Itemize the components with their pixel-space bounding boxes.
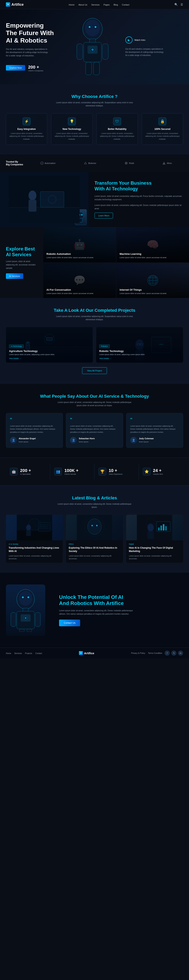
all-services-button[interactable]: AI Services	[6, 273, 23, 279]
blog-grid: AI & Society Transforming Industries And…	[6, 515, 183, 563]
hero-section: Empowering The Future With AI & Robotics…	[0, 9, 189, 84]
testimonials-desc: Lorem ipsum dolor sit amet, consectetur …	[55, 401, 134, 407]
hero-right-content: ▶ Watch Intro Our AI and robotics compan…	[121, 37, 183, 57]
view-all-projects-button[interactable]: View All Project	[82, 368, 107, 374]
svg-rect-99	[35, 612, 40, 627]
nav-services[interactable]: Services	[91, 3, 100, 6]
projects-grid: AI Technology Agriculture Technology Lor…	[6, 327, 183, 363]
service-desc-1: Lorem ipsum dolor sit amet dolor. Ipsum …	[46, 256, 94, 259]
quote-icon-2: "	[70, 417, 119, 423]
twitter-icon[interactable]: 𝕏	[171, 651, 176, 655]
projects-title: Take A Look At Our Completed Projects	[6, 308, 183, 313]
view-details-1[interactable]: View Details →	[9, 358, 90, 360]
avatar-2: 👤	[70, 437, 77, 444]
blog-header: Latest Blog & Articles Lorem ipsum dolor…	[6, 495, 183, 509]
reviewer-3: 👤 Judy Coleman lorem ipsum	[130, 437, 179, 444]
nav-contact[interactable]: Contact	[122, 3, 129, 6]
project-desc-2: Lorem ipsum dolor sit amet, adipiscing L…	[99, 353, 180, 355]
hero-headline: Empowering The Future With AI & Robotics	[6, 22, 64, 45]
services-section: Explore Best AI Services Lorem ipsum, do…	[0, 227, 189, 298]
explore-button[interactable]: Explore Now	[6, 65, 25, 70]
svg-rect-23	[9, 207, 80, 223]
transform-background	[0, 172, 89, 227]
integration-icon: ⚡	[23, 118, 30, 125]
blog-post-1[interactable]: AI & Society Transforming Industries And…	[6, 515, 63, 563]
services-left-content: Explore Best AI Services Lorem ipsum, do…	[0, 227, 43, 298]
hero-counter: 200 + Client's Companies	[28, 65, 43, 72]
footer-link-projects[interactable]: Projects	[25, 652, 32, 654]
feature-title-1: Easy Integration	[9, 128, 44, 130]
svg-point-10	[91, 48, 94, 51]
search-icon[interactable]: 🔍	[175, 3, 178, 6]
reviewer-role-2: lorem ipsum	[79, 441, 88, 443]
blog-title-2: Exploring The Ethics Of AI And Robotics …	[69, 546, 120, 553]
svg-rect-98	[11, 612, 16, 627]
watch-intro[interactable]: ▶ Watch Intro	[125, 37, 183, 43]
blog-visual-2	[77, 515, 112, 540]
nav-actions: 🔍 ☰	[175, 3, 183, 6]
trusted-logos: Automation Biokmer Robit Afrex	[29, 162, 183, 165]
transform-image	[0, 172, 89, 227]
project-name-2: Robotic Technology	[99, 350, 180, 353]
feature-title-3: Better Reliability	[100, 128, 135, 130]
quote-icon-3: "	[130, 417, 179, 423]
service-ai-conversation[interactable]: 💬 AI For Conversation Lorem ipsum dolor …	[43, 263, 116, 298]
technology-icon: 💡	[68, 118, 76, 125]
blog-section: Latest Blog & Articles Lorem ipsum dolor…	[0, 485, 189, 573]
why-choose-title: Why Choose Artifice ?	[6, 94, 183, 99]
service-robotic-automation[interactable]: 🤖 Robotic Automation Lorem ipsum dolor s…	[43, 227, 116, 262]
stat-label-2: Clients Served	[64, 473, 79, 475]
blog-tag-2: Ethics	[69, 543, 120, 545]
stat-num-1: 200 +	[20, 468, 31, 473]
linkedin-icon[interactable]: in	[178, 651, 183, 655]
terms-link[interactable]: Terms Condition	[148, 652, 162, 654]
privacy-policy-link[interactable]: Privacy & Policy	[131, 652, 145, 654]
nav-about[interactable]: About Us	[78, 3, 87, 6]
blog-title-3: How AI Is Changing The Face Of Digital M…	[129, 546, 180, 553]
footer-link-home[interactable]: Home	[6, 652, 11, 654]
blog-post-2[interactable]: Ethics Exploring The Ethics Of AI And Ro…	[66, 515, 123, 563]
nav-home[interactable]: Home	[69, 3, 75, 6]
hero-visual	[64, 17, 121, 76]
menu-icon[interactable]: ☰	[181, 3, 183, 6]
logo-text: Artifice	[11, 3, 24, 7]
nav-pages[interactable]: Pages	[103, 3, 110, 6]
contact-button[interactable]: Contact Us	[59, 620, 80, 626]
play-button[interactable]: ▶	[125, 37, 132, 43]
service-title-3: AI For Conversation	[46, 288, 94, 291]
logo[interactable]: ✦ Artifice	[6, 2, 24, 7]
footer-logo[interactable]: ✦ Artifice	[79, 651, 94, 655]
lab-illustration	[9, 176, 80, 223]
feature-desc-4: Lorem ipsum dolor sit amet, consectetur …	[145, 132, 180, 140]
project-agriculture[interactable]: AI Technology Agriculture Technology Lor…	[6, 327, 93, 363]
blog-excerpt-1: Lorem ipsum dolor sit amet, consectetur …	[9, 555, 60, 560]
service-iot[interactable]: 🌐 Internet Of Things Lorem ipsum dolor s…	[116, 263, 189, 298]
facebook-icon[interactable]: f	[165, 651, 170, 655]
service-machine-learning[interactable]: 🧠 Machine Learning Lorem ipsum dolor sit…	[116, 227, 189, 262]
testimonial-3: " Lorem ipsum dolor sit amet, consectetu…	[126, 413, 183, 448]
cta-desc: Lorem ipsum dolor sit amet, consectetur …	[59, 609, 134, 616]
cta-content: Unlock The Potential Of AI And Robotics …	[55, 594, 183, 626]
learn-more-button[interactable]: Learn More	[94, 213, 113, 218]
trusted-label: Trusted ByBig Companies	[6, 161, 23, 166]
footer-link-services[interactable]: Services	[14, 652, 22, 654]
footer-link-contact[interactable]: Contact	[35, 652, 42, 654]
stat-text-4: 24 + Awards Won	[153, 468, 163, 475]
project-tag-2: Robotics	[99, 344, 110, 348]
feature-card-1: ⚡ Easy Integration Lorem ipsum dolor sit…	[6, 113, 47, 145]
project-robotic[interactable]: DATA Robotics Robotic Technology Lorem i…	[96, 327, 183, 363]
blog-title-1: Transforming Industries And Changing Liv…	[9, 546, 60, 553]
reviewer-info-2: Sebastian Horn lorem ipsum	[79, 437, 95, 443]
nav-blog[interactable]: Blog	[114, 3, 118, 6]
svg-rect-12	[102, 44, 108, 59]
view-details-2[interactable]: View Details →	[99, 358, 180, 360]
testimonial-text-2: Lorem ipsum dolor sit amet, consectetur …	[70, 425, 119, 434]
feature-card-2: 💡 New Technology Lorem ipsum dolor sit a…	[51, 113, 92, 145]
why-choose-section: Why Choose Artifice ? Lorem ipsum dolor …	[0, 84, 189, 154]
blog-post-3[interactable]: Digital How AI Is Changing The Face Of D…	[126, 515, 183, 563]
svg-rect-65	[26, 530, 31, 536]
stat-label-4: Awards Won	[153, 473, 163, 475]
project-name-1: Agriculture Technology	[9, 350, 90, 353]
secured-icon: 🔒	[159, 118, 166, 125]
transform-desc1: Lorem ipsum, dolor sit amet consectetur …	[94, 194, 183, 201]
